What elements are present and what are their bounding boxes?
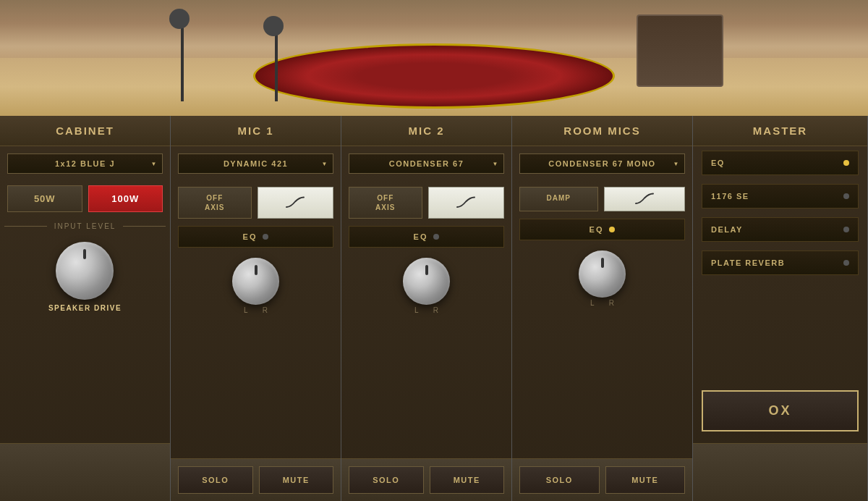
mic2-panel: MIC 2 CONDENSER 67 OFFAXIS EQ L R SOLO M… — [341, 116, 512, 501]
amp — [637, 14, 723, 87]
master-eq-label: EQ — [711, 159, 725, 167]
mic2-eq-row[interactable]: EQ — [349, 226, 504, 248]
room-mics-damp-button[interactable]: DAMP — [519, 187, 598, 211]
mic1-volume-knob[interactable] — [232, 258, 279, 305]
top-photo — [0, 0, 868, 116]
input-level-label: INPUT LEVEL — [0, 222, 170, 230]
power-buttons: 50W 100W — [7, 185, 163, 212]
mic1-dropdown[interactable]: DYNAMIC 421 — [178, 153, 333, 174]
mic1-header: MIC 1 — [171, 116, 341, 146]
room-mics-eq-label: EQ — [590, 225, 604, 234]
mic2-off-axis-button[interactable]: OFFAXIS — [349, 187, 422, 219]
master-1176se-item[interactable]: 1176 SE — [702, 184, 859, 209]
mic-head-1 — [169, 9, 190, 29]
cabinet-header: CABINET — [0, 116, 170, 146]
room-mics-volume-knob[interactable] — [579, 250, 626, 298]
main-ui: CABINET 1x12 BLUE J 50W 100W INPUT LEVEL… — [0, 116, 868, 501]
mic2-header: MIC 2 — [341, 116, 511, 146]
ox-button[interactable]: OX — [702, 390, 859, 431]
room-mics-eq-dot — [609, 227, 615, 232]
speaker-drive-knob[interactable] — [56, 242, 114, 300]
mic-head-2 — [263, 16, 284, 36]
master-eq-dot — [843, 160, 849, 166]
mic1-l-label: L — [244, 306, 248, 314]
mic1-buttons: OFFAXIS — [178, 187, 333, 219]
master-footer — [693, 443, 867, 501]
cabinet-footer — [0, 443, 170, 501]
cabinet-panel: CABINET 1x12 BLUE J 50W 100W INPUT LEVEL… — [0, 116, 171, 501]
master-1176se-label: 1176 SE — [711, 192, 749, 201]
master-header: MASTER — [693, 116, 867, 146]
room-mics-solo-button[interactable]: SOLO — [519, 466, 600, 494]
master-delay-item[interactable]: DELAY — [702, 217, 859, 242]
master-panel: MASTER EQ 1176 SE DELAY PLATE REVERB OX — [693, 116, 868, 501]
room-mics-mute-button[interactable]: MUTE — [605, 466, 686, 494]
room-mics-l-label: L — [590, 299, 595, 307]
mic1-mute-button[interactable]: MUTE — [259, 466, 334, 494]
master-plate-reverb-dot — [843, 260, 849, 266]
room-mics-curve-button[interactable] — [604, 187, 686, 211]
room-mics-r-label: R — [609, 299, 614, 307]
room-mics-header: ROOM MICS — [512, 116, 692, 146]
mic2-lr-indicator: L R — [414, 306, 438, 314]
room-mics-dropdown[interactable]: CONDENSER 67 MONO — [519, 153, 685, 174]
mic1-lr-indicator: L R — [244, 306, 268, 314]
mic1-off-axis-button[interactable]: OFFAXIS — [178, 187, 252, 219]
mic2-solo-button[interactable]: SOLO — [349, 466, 424, 494]
room-mics-eq-row[interactable]: EQ — [519, 219, 685, 240]
master-1176se-dot — [843, 193, 849, 199]
master-plate-reverb-item[interactable]: PLATE REVERB — [702, 250, 859, 275]
mic1-solo-button[interactable]: SOLO — [178, 466, 253, 494]
mic2-curve-button[interactable] — [428, 187, 505, 219]
master-plate-reverb-label: PLATE REVERB — [711, 258, 785, 267]
mic2-mute-button[interactable]: MUTE — [430, 466, 505, 494]
mic2-volume-knob[interactable] — [403, 258, 450, 305]
power-50w-button[interactable]: 50W — [7, 185, 82, 212]
mic1-eq-dot — [263, 234, 268, 240]
mic1-footer: SOLO MUTE — [171, 458, 341, 501]
room-mics-panel: ROOM MICS CONDENSER 67 MONO DAMP EQ L R … — [512, 116, 693, 501]
mic2-knob-container: L R — [403, 258, 450, 314]
mic1-panel: MIC 1 DYNAMIC 421 OFFAXIS EQ L R SOLO MU… — [171, 116, 341, 501]
mic2-l-label: L — [414, 306, 419, 314]
master-delay-dot — [843, 227, 849, 232]
mic2-footer: SOLO MUTE — [341, 458, 511, 501]
mic1-eq-row[interactable]: EQ — [178, 226, 333, 248]
mic1-curve-button[interactable] — [258, 187, 334, 219]
master-eq-item[interactable]: EQ — [702, 151, 859, 175]
mic1-eq-label: EQ — [243, 232, 258, 241]
mic1-r-label: R — [263, 306, 268, 314]
mic2-eq-dot — [433, 234, 439, 240]
cabinet-dropdown[interactable]: 1x12 BLUE J — [7, 153, 163, 174]
mic2-r-label: R — [433, 306, 438, 314]
master-delay-label: DELAY — [711, 225, 743, 234]
mic2-dropdown[interactable]: CONDENSER 67 — [349, 153, 504, 174]
room-mics-knob-container: L R — [579, 250, 626, 307]
room-mics-buttons: DAMP — [519, 187, 685, 211]
mic2-buttons: OFFAXIS — [349, 187, 504, 219]
power-100w-button[interactable]: 100W — [88, 185, 163, 212]
rug — [253, 43, 615, 109]
speaker-drive-container: SPEAKER DRIVE — [48, 242, 122, 312]
mic2-eq-label: EQ — [414, 232, 428, 241]
room-mics-footer: SOLO MUTE — [512, 458, 692, 501]
room-mics-lr-indicator: L R — [590, 299, 614, 307]
speaker-drive-label: SPEAKER DRIVE — [48, 304, 122, 312]
mic1-knob-container: L R — [232, 258, 279, 314]
